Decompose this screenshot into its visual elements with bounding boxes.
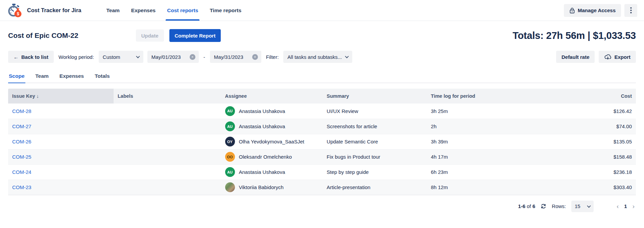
column-assignee[interactable]: Assignee <box>221 89 323 104</box>
assignee-cell: OO Oleksandr Omelchenko <box>221 149 323 164</box>
cost-cell: $126.42 <box>531 104 636 119</box>
nav-time-reports[interactable]: Time reports <box>205 0 246 21</box>
nav-team[interactable]: Team <box>102 0 124 21</box>
tab-scope[interactable]: Scope <box>8 73 25 83</box>
svg-text:$: $ <box>17 11 19 16</box>
tab-totals[interactable]: Totals <box>94 73 111 83</box>
time-log-cell: 6h 23m <box>427 164 531 180</box>
back-to-list-button[interactable]: ← Back to list <box>8 51 54 63</box>
manage-access-button[interactable]: Manage Access <box>564 4 621 17</box>
labels-cell <box>114 119 221 134</box>
cost-cell: $158.48 <box>531 149 636 164</box>
rows-per-page-select[interactable]: 15 <box>571 201 594 212</box>
clear-date-to-icon[interactable]: × <box>252 54 258 60</box>
avatar: AU <box>225 106 235 116</box>
back-arrow-icon: ← <box>14 54 19 60</box>
page-title: Cost of Epic COM-22 <box>8 31 78 40</box>
update-button[interactable]: Update <box>136 29 164 42</box>
column-time-log[interactable]: Time log for period <box>427 89 531 104</box>
issue-key-link[interactable]: COM-28 <box>12 108 31 114</box>
table-header-row: Issue Key ↓ Labels Assignee Summary Time… <box>8 89 636 104</box>
nav-expenses[interactable]: Expenses <box>126 0 160 21</box>
chevron-down-icon <box>136 54 140 58</box>
summary-cell: Update Semantic Core <box>323 134 427 149</box>
issue-key-link[interactable]: COM-26 <box>12 139 31 144</box>
date-to-input[interactable]: May/31/2023 × <box>210 51 261 63</box>
time-log-cell: 8h 12m <box>427 180 531 195</box>
assignee-cell: OY Olha Yevdokymova_SaaSJet <box>221 134 323 149</box>
table-footer: 1-6 of 6 Rows: 15 ‹ 1 › <box>0 201 644 212</box>
column-summary[interactable]: Summary <box>323 89 427 104</box>
nav-cost-reports[interactable]: Cost reports <box>162 0 203 21</box>
labels-cell <box>114 164 221 180</box>
prev-page-icon[interactable]: ‹ <box>617 203 619 209</box>
summary-cell: Step by step guide <box>323 164 427 180</box>
refresh-icon[interactable] <box>541 203 546 209</box>
table-row: COM-26 OY Olha Yevdokymova_SaaSJet Updat… <box>8 134 636 149</box>
time-log-cell: 2h <box>427 119 531 134</box>
clear-date-from-icon[interactable]: × <box>190 54 195 60</box>
column-issue-key[interactable]: Issue Key ↓ <box>8 89 114 104</box>
kebab-menu-icon <box>630 7 632 14</box>
labels-cell <box>114 134 221 149</box>
avatar: OO <box>225 152 235 162</box>
assignee-name: Oleksandr Omelchenko <box>239 154 292 160</box>
date-from-input[interactable]: May/01/2023 × <box>147 51 199 63</box>
export-button[interactable]: Export <box>599 51 636 63</box>
summary-cell: UI/UX Review <box>323 104 427 119</box>
labels-cell <box>114 180 221 195</box>
date-range-separator: - <box>204 54 205 60</box>
column-labels[interactable]: Labels <box>114 89 221 104</box>
lock-icon <box>569 7 575 14</box>
summary-cell: Screenshots for article <box>323 119 427 134</box>
time-log-cell: 3h 25m <box>427 104 531 119</box>
assignee-cell: AU Anastasia Ushakova <box>221 164 323 180</box>
assignee-name: Olha Yevdokymova_SaaSJet <box>239 139 304 144</box>
time-log-cell: 3h 39m <box>427 134 531 149</box>
more-actions-button[interactable] <box>624 4 637 17</box>
app-title: Cost Tracker for Jira <box>27 7 81 14</box>
assignee-cell: AU Anastasia Ushakova <box>221 119 323 134</box>
cost-cell: $236.18 <box>531 164 636 180</box>
summary-cell: Fix bugs in Product tour <box>323 149 427 164</box>
chevron-down-icon <box>587 204 591 207</box>
sort-desc-icon: ↓ <box>37 93 39 99</box>
issue-key-link[interactable]: COM-25 <box>12 154 31 160</box>
complete-report-button[interactable]: Complete Report <box>169 29 221 42</box>
avatar: AU <box>225 121 235 131</box>
report-tabs: Scope Team Expenses Totals <box>8 73 636 83</box>
column-cost[interactable]: Cost <box>531 89 636 104</box>
avatar: OY <box>225 137 235 146</box>
next-page-icon[interactable]: › <box>633 203 635 209</box>
summary-cell: Article-presentation <box>323 180 427 195</box>
assignee-name: Viktoriia Babidorych <box>239 184 284 190</box>
table-row: COM-24 AU Anastasia Ushakova Step by ste… <box>8 164 636 180</box>
app-header: $ Cost Tracker for Jira Team Expenses Co… <box>0 0 644 21</box>
chevron-down-icon <box>345 54 349 58</box>
app-logo-stopwatch-moneybag-icon: $ <box>7 2 23 19</box>
table-row: COM-25 OO Oleksandr Omelchenko Fix bugs … <box>8 149 636 164</box>
issue-key-link[interactable]: COM-24 <box>12 169 31 175</box>
issue-key-link[interactable]: COM-23 <box>12 184 31 190</box>
default-rate-button[interactable]: Default rate <box>556 51 595 63</box>
worklog-period-label: Worklog period: <box>58 54 94 60</box>
tab-team[interactable]: Team <box>35 73 49 83</box>
cost-cell: $303.40 <box>531 180 636 195</box>
tab-expenses[interactable]: Expenses <box>59 73 85 83</box>
cost-cell: $74.00 <box>531 119 636 134</box>
issue-key-link[interactable]: COM-27 <box>12 123 31 129</box>
pager: ‹ 1 › <box>617 203 635 209</box>
scope-table: Issue Key ↓ Labels Assignee Summary Time… <box>8 89 636 195</box>
filter-label: Filter: <box>266 54 279 60</box>
table-row: COM-23 Viktoriia Babidorych Article-pres… <box>8 180 636 195</box>
task-filter-select[interactable]: All tasks and subtasks... <box>283 51 352 63</box>
worklog-period-select[interactable]: Custom <box>99 51 143 63</box>
cloud-download-icon <box>604 54 612 60</box>
row-count: 1-6 of 6 <box>518 203 535 209</box>
main-nav: Team Expenses Cost reports Time reports <box>102 0 246 21</box>
avatar <box>225 182 235 192</box>
cost-cell: $135.05 <box>531 134 636 149</box>
totals-summary: Totals: 27h 56m | $1,033.53 <box>512 30 636 41</box>
avatar: AU <box>225 167 235 177</box>
assignee-name: Anastasia Ushakova <box>239 169 285 175</box>
